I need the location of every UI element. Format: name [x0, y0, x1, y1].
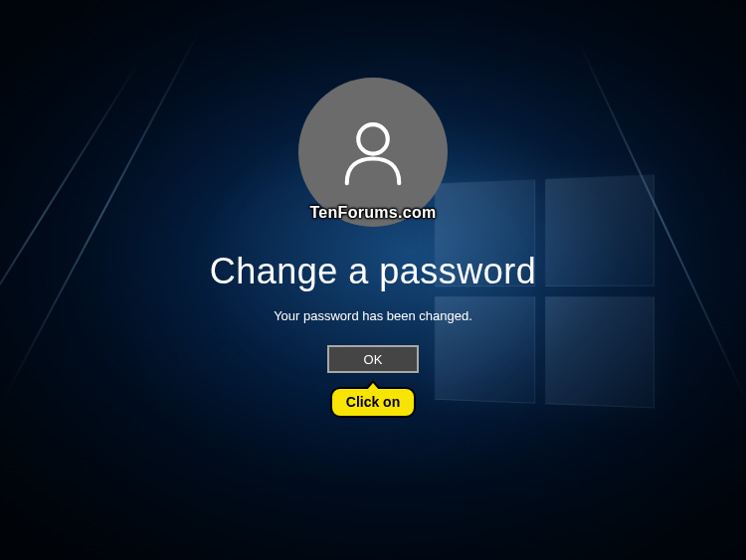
svg-point-0	[358, 124, 388, 154]
ok-button[interactable]: OK	[327, 345, 419, 373]
ok-button-label: OK	[364, 352, 383, 367]
watermark-text: TenForums.com	[309, 204, 436, 222]
user-icon	[332, 111, 414, 193]
page-title: Change a password	[210, 251, 537, 292]
change-password-panel: TenForums.com Change a password Your pas…	[0, 0, 746, 560]
user-avatar: TenForums.com	[298, 78, 448, 227]
callout-label: Click on	[346, 394, 400, 410]
status-message: Your password has been changed.	[274, 308, 472, 323]
instruction-callout: Click on	[330, 387, 416, 418]
